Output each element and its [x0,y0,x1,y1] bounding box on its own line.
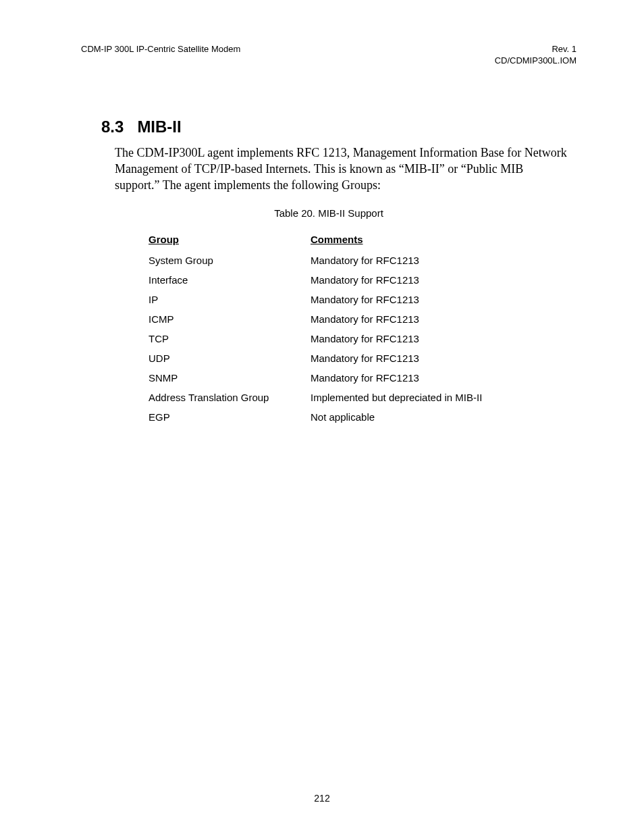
cell-group: UDP [149,348,311,368]
cell-comments: Implemented but depreciated in MIB-II [311,388,527,407]
cell-comments: Mandatory for RFC1213 [311,329,527,348]
table-row: EGP Not applicable [149,407,527,427]
table-header-comments: Comments [311,231,527,251]
table-row: Address Translation Group Implemented bu… [149,388,527,407]
table-header-row: Group Comments [149,231,527,251]
cell-comments: Not applicable [311,407,527,427]
cell-group: System Group [149,251,311,270]
cell-group: Interface [149,270,311,290]
table-header-group: Group [149,231,311,251]
cell-comments: Mandatory for RFC1213 [311,290,527,309]
mib-support-table: Group Comments System Group Mandatory fo… [149,231,527,427]
cell-comments: Mandatory for RFC1213 [311,368,527,388]
cell-group: TCP [149,329,311,348]
table-caption: Table 20. MIB-II Support [81,207,576,219]
page-number: 212 [0,793,644,804]
cell-group: Address Translation Group [149,388,311,407]
table-row: ICMP Mandatory for RFC1213 [149,309,527,329]
cell-comments: Mandatory for RFC1213 [311,348,527,368]
cell-group: SNMP [149,368,311,388]
cell-group: IP [149,290,311,309]
cell-group: EGP [149,407,311,427]
header-docid: CD/CDMIP300L.IOM [495,55,576,67]
cell-comments: Mandatory for RFC1213 [311,309,527,329]
header-rev: Rev. 1 [495,44,576,55]
header-right: Rev. 1 CD/CDMIP300L.IOM [495,44,576,67]
table-row: System Group Mandatory for RFC1213 [149,251,527,270]
cell-comments: Mandatory for RFC1213 [311,270,527,290]
table-row: Interface Mandatory for RFC1213 [149,270,527,290]
table-row: IP Mandatory for RFC1213 [149,290,527,309]
body-paragraph: The CDM-IP300L agent implements RFC 1213… [115,145,570,194]
section-title: MIB-II [137,118,181,136]
page-header: CDM-IP 300L IP-Centric Satellite Modem R… [81,44,576,67]
cell-group: ICMP [149,309,311,329]
document-page: CDM-IP 300L IP-Centric Satellite Modem R… [0,0,644,834]
table-row: TCP Mandatory for RFC1213 [149,329,527,348]
header-left: CDM-IP 300L IP-Centric Satellite Modem [81,44,240,55]
cell-comments: Mandatory for RFC1213 [311,251,527,270]
section-number: 8.3 [101,118,124,136]
section-heading: 8.3MIB-II [101,118,576,136]
table-row: SNMP Mandatory for RFC1213 [149,368,527,388]
table-row: UDP Mandatory for RFC1213 [149,348,527,368]
